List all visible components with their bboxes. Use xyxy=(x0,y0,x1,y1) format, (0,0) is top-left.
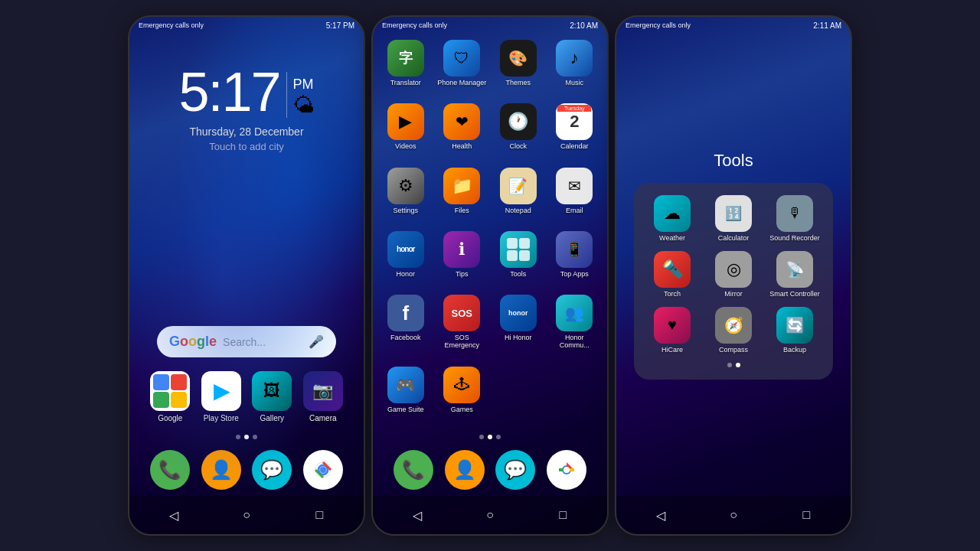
app-files[interactable]: 📁 Files xyxy=(437,168,488,225)
app-compass-icon: 🧭 xyxy=(715,307,752,344)
app-google[interactable]: Google xyxy=(150,371,190,422)
status-left-3: Emergency calls only xyxy=(626,21,691,29)
app-soundrecorder[interactable]: 🎙 Sound Recorder xyxy=(769,195,821,242)
app-settings[interactable]: ⚙ Settings xyxy=(381,168,431,225)
folder-container: ☁ Weather 🔢 Calculator 🎙 Sound Recorder xyxy=(634,183,833,380)
app-topapps-icon: 📱 xyxy=(556,231,593,268)
app-torch-icon: 🔦 xyxy=(654,251,691,288)
app-gamesuite[interactable]: 🎮 Game Suite xyxy=(381,367,431,424)
app-backup[interactable]: 🔄 Backup xyxy=(769,307,821,354)
app-sos-label: SOS Emergency xyxy=(437,334,488,349)
tools-folder: Tools ☁ Weather 🔢 Calculator 🎙 xyxy=(616,34,851,496)
app-phonemanager[interactable]: 🛡 Phone Manager xyxy=(437,40,488,97)
app-honor[interactable]: honor Honor xyxy=(381,231,431,289)
app-tools[interactable]: Tools xyxy=(493,231,544,289)
app-gallery-icon: 🖼 xyxy=(252,371,292,411)
mic-icon[interactable]: 🎤 xyxy=(309,334,324,349)
nav-back-3[interactable]: ◁ xyxy=(649,504,672,527)
nav-home-3[interactable]: ○ xyxy=(722,504,745,527)
nav-back-2[interactable]: ◁ xyxy=(406,504,429,527)
dot-1 xyxy=(236,435,240,439)
nav-recent-3[interactable]: □ xyxy=(795,504,818,527)
app-facebook-icon: f xyxy=(387,295,424,331)
app-calculator[interactable]: 🔢 Calculator xyxy=(707,195,760,242)
bottom-nav-1: ◁ ○ □ xyxy=(129,496,364,534)
app-camera[interactable]: 📷 Camera xyxy=(303,371,343,422)
lock-ampm: PM xyxy=(293,77,314,93)
app-tips-icon: ℹ xyxy=(443,231,480,268)
dock-contacts-2[interactable]: 👤 xyxy=(445,450,485,490)
dot-3 xyxy=(253,435,257,439)
app-email[interactable]: ✉ Email xyxy=(550,168,600,225)
app-clock[interactable]: 🕐 Clock xyxy=(493,103,544,161)
app-translator[interactable]: 字 Translator xyxy=(381,40,431,97)
status-bar-3: Emergency calls only 2:11 AM xyxy=(616,17,851,34)
bottom-dock-1: 📞 👤 💬 xyxy=(129,444,364,496)
app-hicare-icon: ♥ xyxy=(654,307,691,344)
app-tips[interactable]: ℹ Tips xyxy=(437,231,488,289)
folder-grid: ☁ Weather 🔢 Calculator 🎙 Sound Recorder xyxy=(646,195,821,354)
app-sos[interactable]: SOS SOS Emergency xyxy=(437,295,488,360)
app-files-label: Files xyxy=(455,207,469,214)
app-topapps[interactable]: 📱 Top Apps xyxy=(550,231,600,289)
phone-lockscreen: Emergency calls only 5:17 PM 5:17 PM 🌤 T… xyxy=(128,15,365,536)
bottom-dock-2: 📞 👤 💬 xyxy=(373,444,607,496)
app-soundrecorder-icon: 🎙 xyxy=(776,195,813,232)
time-divider xyxy=(286,72,287,118)
nav-back-1[interactable]: ◁ xyxy=(162,504,185,527)
app-notepad-label: Notepad xyxy=(505,207,531,214)
app-grid: 字 Translator 🛡 Phone Manager 🎨 Themes ♪ … xyxy=(373,34,607,430)
app-smartcontroller[interactable]: 📡 Smart Controller xyxy=(769,251,821,298)
app-mirror[interactable]: ◎ Mirror xyxy=(707,251,760,298)
app-camera-label: Camera xyxy=(309,414,337,422)
dock-contacts[interactable]: 👤 xyxy=(201,450,241,490)
app-honor-label: Honor xyxy=(396,270,415,278)
status-left-1: Emergency calls only xyxy=(139,21,204,29)
lock-time: 5:17 xyxy=(178,64,279,119)
time-row: 5:17 PM 🌤 xyxy=(178,64,314,119)
app-compass[interactable]: 🧭 Compass xyxy=(707,307,760,354)
dot-2-1 xyxy=(479,435,484,439)
app-honorcommunity[interactable]: 👥 Honor Commu... xyxy=(550,295,600,360)
app-hicare[interactable]: ♥ HiCare xyxy=(646,307,698,354)
app-videos[interactable]: ▶ Videos xyxy=(381,103,431,161)
app-honorcommunity-label: Honor Commu... xyxy=(550,334,600,349)
app-themes[interactable]: 🎨 Themes xyxy=(493,40,544,97)
app-honorcommunity-icon: 👥 xyxy=(556,295,593,331)
nav-home-2[interactable]: ○ xyxy=(479,504,501,527)
dock-apps-row1: Google ▶ Play Store 🖼 Gallery 📷 xyxy=(129,364,364,430)
app-games-label: Games xyxy=(451,406,473,413)
nav-recent-1[interactable]: □ xyxy=(308,504,331,527)
app-notepad[interactable]: 📝 Notepad xyxy=(493,168,544,225)
page-dots-1 xyxy=(129,430,364,444)
app-gamesuite-label: Game Suite xyxy=(387,406,424,413)
app-health[interactable]: ❤ Health xyxy=(437,103,488,161)
time-right: PM 🌤 xyxy=(293,64,315,118)
app-playstore-icon: ▶ xyxy=(201,371,241,411)
dock-chrome[interactable] xyxy=(303,450,343,490)
dock-chrome-2[interactable] xyxy=(547,450,586,490)
app-calendar[interactable]: Tuesday 2 Calendar xyxy=(550,103,600,161)
nav-recent-2[interactable]: □ xyxy=(551,504,574,527)
app-weather[interactable]: ☁ Weather xyxy=(646,195,698,242)
app-playstore[interactable]: ▶ Play Store xyxy=(201,371,241,422)
app-hihonor[interactable]: honor Hi Honor xyxy=(493,295,544,360)
google-logo: Google xyxy=(169,334,217,350)
dock-messages-2[interactable]: 💬 xyxy=(495,450,535,490)
dock-phone-2[interactable]: 📞 xyxy=(394,450,433,490)
app-music[interactable]: ♪ Music xyxy=(550,40,600,97)
app-facebook[interactable]: f Facebook xyxy=(381,295,431,360)
lock-content: 5:17 PM 🌤 Thursday, 28 December Touch to… xyxy=(129,34,364,326)
dock-phone[interactable]: 📞 xyxy=(150,450,190,490)
app-torch[interactable]: 🔦 Torch xyxy=(646,251,698,298)
nav-home-1[interactable]: ○ xyxy=(235,504,258,527)
status-time-3: 2:11 AM xyxy=(813,21,841,30)
app-games[interactable]: 🕹 Games xyxy=(437,367,488,424)
app-translator-label: Translator xyxy=(390,79,421,86)
app-gallery[interactable]: 🖼 Gallery xyxy=(252,371,292,422)
app-mirror-icon: ◎ xyxy=(715,251,752,288)
search-bar[interactable]: Google Search... 🎤 xyxy=(157,326,336,357)
dock-messages[interactable]: 💬 xyxy=(252,450,292,490)
app-weather-label: Weather xyxy=(659,234,685,242)
dot-2 xyxy=(244,435,249,439)
